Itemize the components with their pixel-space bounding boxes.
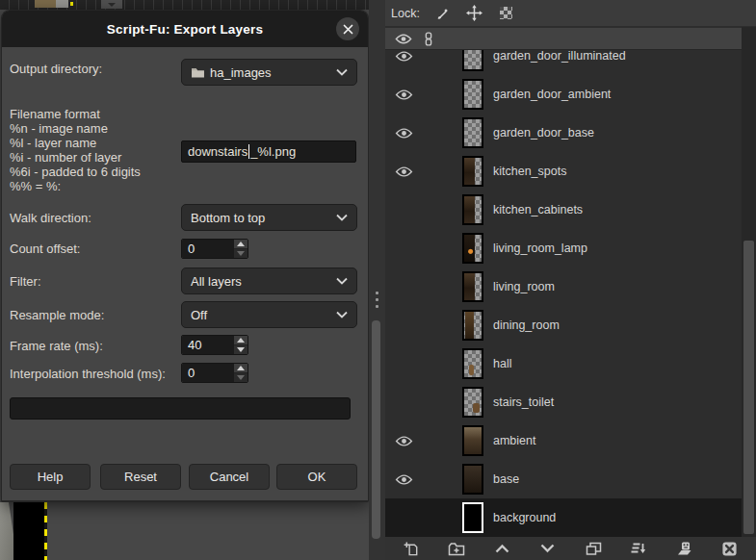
canvas-vertical-scrollbar[interactable]	[372, 320, 380, 539]
reset-button[interactable]: Reset	[100, 464, 181, 490]
walk-direction-value: Bottom to top	[191, 211, 265, 225]
layer-thumbnail[interactable]	[462, 156, 483, 187]
layer-row[interactable]: ambient	[385, 421, 742, 460]
raise-layer-icon	[494, 543, 510, 554]
visibility-column-header[interactable]	[391, 33, 416, 45]
layer-visibility-toggle[interactable]	[391, 435, 416, 447]
layer-row[interactable]: kitchen_spots	[385, 152, 742, 191]
close-button[interactable]	[336, 17, 359, 40]
filename-format-input[interactable]: downstairs _%l.png	[181, 140, 356, 163]
add-layer-mask-icon	[676, 541, 693, 556]
layer-row[interactable]: background	[385, 498, 742, 537]
layer-thumbnail[interactable]	[462, 79, 483, 110]
ok-button[interactable]: OK	[276, 464, 357, 490]
layer-row[interactable]: living_room_lamp	[385, 229, 742, 267]
layer-visibility-toggle[interactable]	[391, 127, 416, 140]
layer-row[interactable]: stairs_toilet	[385, 383, 742, 421]
dialog-titlebar[interactable]: Script-Fu: Export Layers	[2, 11, 368, 47]
layer-visibility-toggle[interactable]	[391, 89, 416, 101]
raise-layer-button[interactable]	[492, 539, 513, 558]
layer-name: ambient	[493, 434, 535, 447]
layer-name: kitchen_cabinets	[493, 203, 583, 216]
layer-visibility-toggle[interactable]	[391, 50, 416, 63]
layer-row[interactable]: garden_door_illuminated	[385, 50, 742, 75]
cancel-button[interactable]: Cancel	[189, 464, 270, 490]
layer-thumbnail[interactable]	[462, 387, 483, 418]
layer-row[interactable]: base	[385, 460, 742, 498]
spin-up-button[interactable]	[234, 240, 248, 249]
layer-thumbnail[interactable]	[462, 233, 483, 264]
layer-thumbnail[interactable]	[462, 348, 483, 379]
chain-column-header[interactable]	[416, 32, 441, 46]
new-layer-group-button[interactable]	[446, 539, 467, 558]
layer-thumbnail[interactable]	[462, 425, 483, 456]
merge-down-button[interactable]	[628, 539, 649, 558]
format-line: %% = %:	[10, 179, 141, 193]
help-button[interactable]: Help	[10, 464, 91, 490]
layer-list-header	[385, 27, 742, 50]
lock-position-button[interactable]	[466, 5, 483, 22]
progress-bar	[10, 397, 351, 420]
frame-rate-spinner[interactable]: 40	[181, 335, 248, 355]
thumbnail-content	[464, 273, 475, 300]
layer-visibility-toggle[interactable]	[391, 165, 416, 178]
new-layer-button[interactable]	[401, 539, 422, 558]
delete-layer-button[interactable]	[719, 539, 741, 558]
visibility-eye-icon	[395, 435, 413, 447]
walk-direction-dropdown[interactable]: Bottom to top	[181, 204, 357, 231]
canvas-top-ruler	[0, 0, 369, 10]
lower-layer-button[interactable]	[537, 539, 559, 558]
pane-splitter[interactable]	[369, 0, 385, 560]
layer-boundary-dashed-line	[44, 502, 47, 560]
dialog-title: Script-Fu: Export Layers	[107, 22, 263, 37]
layer-row[interactable]: kitchen_cabinets	[385, 191, 742, 229]
duplicate-layer-button[interactable]	[583, 539, 604, 558]
spin-up-button[interactable]	[234, 336, 248, 345]
spin-down-button[interactable]	[234, 373, 248, 382]
spin-up-button[interactable]	[234, 364, 248, 373]
layer-thumbnail[interactable]	[462, 310, 483, 341]
layer-thumbnail[interactable]	[462, 194, 483, 225]
filter-dropdown[interactable]: All layers	[181, 267, 357, 294]
output-directory-dropdown[interactable]: ha_images	[181, 59, 357, 86]
layers-scrollbar-track[interactable]	[742, 27, 756, 537]
triangle-up-icon	[237, 366, 245, 370]
thumbnail-content	[473, 403, 479, 414]
layer-row[interactable]: hall	[385, 344, 742, 383]
spin-down-button[interactable]	[234, 345, 248, 354]
filename-format-help: Filename format %n - image name %l - lay…	[10, 107, 141, 193]
layer-row[interactable]: garden_door_ambient	[385, 75, 742, 114]
chevron-down-icon	[336, 277, 348, 285]
count-offset-spinner[interactable]: 0	[181, 239, 248, 259]
layer-visibility-toggle[interactable]	[391, 473, 416, 486]
interpolation-threshold-spinner[interactable]: 0	[181, 363, 248, 383]
layers-scrollbar-thumb[interactable]	[743, 241, 754, 534]
new-layer-group-icon	[448, 541, 465, 557]
count-offset-label: Count offset:	[10, 242, 80, 256]
layer-thumbnail[interactable]	[462, 271, 483, 302]
splitter-grip-icon	[376, 298, 378, 301]
layer-thumbnail[interactable]	[462, 464, 483, 495]
lock-alpha-button[interactable]	[498, 5, 515, 22]
filter-label: Filter:	[10, 274, 41, 289]
layer-row[interactable]: dining_room	[385, 306, 742, 344]
output-directory-value: ha_images	[210, 65, 272, 80]
layer-row[interactable]: living_room	[385, 267, 742, 306]
add-layer-mask-button[interactable]	[674, 539, 695, 558]
format-line: %6i - padded to 6 digits	[10, 165, 141, 179]
visibility-eye-icon	[395, 89, 413, 101]
delete-layer-icon	[721, 541, 738, 557]
format-line: %n - image name	[10, 121, 141, 136]
lock-pixels-button[interactable]	[434, 5, 452, 22]
chevron-down-icon	[336, 68, 348, 76]
canvas-viewport	[0, 502, 369, 560]
layer-thumbnail[interactable]	[462, 50, 483, 71]
spin-down-button[interactable]	[234, 249, 248, 258]
layer-thumbnail[interactable]	[462, 117, 483, 148]
format-line: %i - number of layer	[10, 150, 141, 165]
layer-thumbnail[interactable]	[462, 502, 483, 533]
image-black-area	[13, 502, 45, 560]
resample-mode-dropdown[interactable]: Off	[181, 301, 357, 328]
visibility-eye-icon	[395, 127, 413, 140]
layer-row[interactable]: garden_door_base	[385, 114, 742, 152]
